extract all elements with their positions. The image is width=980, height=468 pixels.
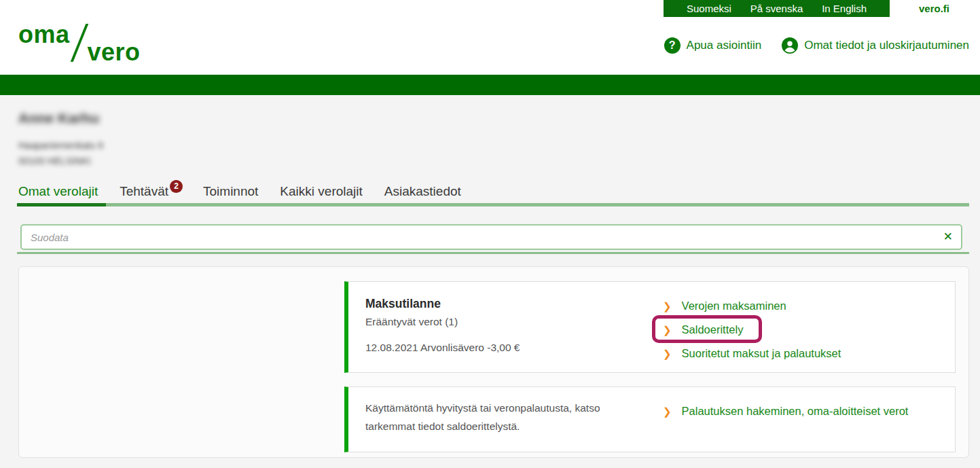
link-suoritetut-maksut[interactable]: ❯ Suoritetut maksut ja palautukset [663, 346, 841, 361]
user-address-line2-redacted: 00100 HELSINKI [18, 156, 91, 166]
omavero-page: Suomeksi På svenska In English vero.fi o… [0, 0, 980, 468]
tab-kaikki-verolajit[interactable]: Kaikki verolajit [280, 184, 362, 199]
content-panel: Maksutilanne Erääntyvät verot (1) 12.08.… [18, 266, 969, 458]
chevron-right-icon: ❯ [663, 325, 672, 335]
filter-field-wrap: ✕ [20, 224, 962, 250]
active-tab-underline [17, 203, 106, 206]
link-label: Saldoerittely [682, 323, 744, 336]
person-icon [782, 37, 798, 54]
header-links: ? Apua asiointiin Omat tiedot ja uloskir… [664, 37, 969, 54]
link-label: Verojen maksaminen [682, 300, 786, 312]
tab-omat-verolajit[interactable]: Omat verolajit [18, 184, 98, 199]
chevron-right-icon: ❯ [663, 348, 672, 359]
user-address-line1-redacted: Haapaniemenkatu 6 [18, 140, 103, 151]
tab-bar: Omat verolajit Tehtävät2 Toiminnot Kaikk… [18, 184, 461, 200]
tab-toiminnot[interactable]: Toiminnot [203, 184, 258, 199]
help-link-label: Apua asiointiin [687, 39, 762, 52]
logo-slash [70, 24, 88, 62]
due-taxes-text: Erääntyvät verot (1) [365, 316, 458, 328]
tab-tehtavat-label: Tehtävät [120, 184, 168, 198]
clear-filter-icon[interactable]: ✕ [943, 229, 953, 245]
link-label: Palautuksen hakeminen, oma-aloitteiset v… [682, 405, 909, 418]
lang-pa-svenska[interactable]: På svenska [750, 3, 803, 14]
help-link[interactable]: ? Apua asiointiin [664, 37, 762, 54]
payment-status-card: Maksutilanne Erääntyvät verot (1) 12.08.… [344, 281, 956, 373]
tab-tehtavat-badge: 2 [170, 180, 183, 193]
filter-underline [17, 252, 969, 254]
language-strip: Suomeksi På svenska In English [664, 0, 890, 17]
header: oma vero ? Apua asiointiin Omat tiedot j… [0, 17, 980, 75]
main-content: Anne Karhu Haapaniemenkatu 6 00100 HELSI… [0, 95, 980, 468]
unused-credit-card: Käyttämätöntä hyvitystä tai veronpalautu… [344, 386, 956, 452]
chevron-right-icon: ❯ [663, 301, 672, 311]
logo-text-oma: oma [18, 22, 70, 47]
user-name-redacted: Anne Karhu [18, 110, 99, 126]
omavero-logo[interactable]: oma vero [18, 22, 141, 65]
lang-in-english[interactable]: In English [822, 3, 867, 14]
chevron-right-icon: ❯ [663, 406, 672, 416]
profile-link-label: Omat tiedot ja uloskirjautuminen [804, 39, 969, 52]
link-verojen-maksaminen[interactable]: ❯ Verojen maksaminen [663, 298, 841, 313]
top-bar: Suomeksi På svenska In English vero.fi [0, 0, 980, 17]
tab-asiakastiedot[interactable]: Asiakastiedot [384, 184, 461, 199]
verofi-link[interactable]: vero.fi [919, 0, 949, 17]
logo-text-vero: vero [88, 40, 141, 65]
link-label: Suoritetut maksut ja palautukset [682, 347, 841, 360]
filter-input[interactable] [20, 224, 962, 250]
unused-credit-text: Käyttämätöntä hyvitystä tai veronpalautu… [365, 399, 630, 435]
profile-link[interactable]: Omat tiedot ja uloskirjautuminen [782, 37, 969, 54]
link-saldoerittely[interactable]: ❯ Saldoerittely [663, 322, 841, 337]
tab-underline [17, 203, 969, 206]
question-icon: ? [664, 37, 680, 54]
lang-suomeksi[interactable]: Suomeksi [687, 3, 731, 14]
due-tax-detail: 12.08.2021 Arvonlisävero -3,00 € [365, 342, 520, 354]
green-band [0, 75, 980, 95]
tab-tehtavat[interactable]: Tehtävät2 [120, 184, 181, 200]
link-palautuksen-hakeminen[interactable]: ❯ Palautuksen hakeminen, oma-aloitteiset… [663, 403, 908, 418]
card-links: ❯ Verojen maksaminen ❯ Saldoerittely ❯ S… [663, 298, 841, 361]
card-title: Maksutilanne [365, 297, 441, 311]
